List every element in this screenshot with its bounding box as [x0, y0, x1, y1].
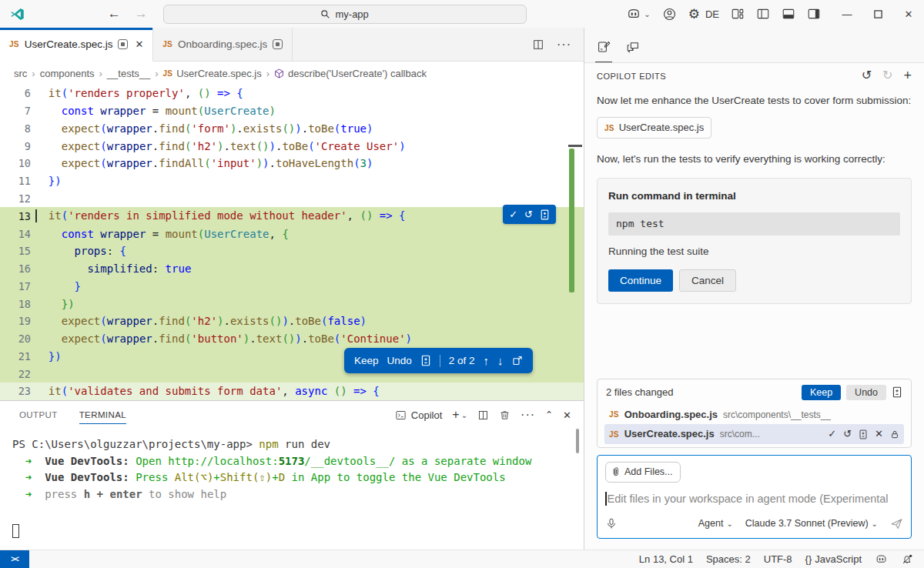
close-panel-icon[interactable]: ✕ — [563, 409, 571, 421]
code-line-7[interactable]: 7 const wrapper = mount(UserCreate) — [0, 102, 584, 120]
diff-file-icon[interactable] — [540, 209, 550, 220]
keep-file-icon[interactable]: ✓ — [828, 426, 836, 442]
code-line-18[interactable]: 18 }) — [0, 295, 584, 312]
diff-file-icon[interactable] — [859, 429, 868, 439]
toggle-sidebar-icon[interactable] — [756, 7, 770, 21]
open-diff-icon[interactable] — [512, 355, 523, 366]
settings-gear-icon[interactable]: ⚙ — [688, 6, 700, 22]
customize-layout-icon[interactable] — [731, 7, 745, 21]
new-terminal-button[interactable]: +⌄ — [452, 408, 467, 422]
search-icon — [320, 9, 330, 19]
more-actions-icon[interactable]: ··· — [521, 408, 535, 422]
send-icon[interactable] — [890, 517, 903, 530]
nav-back-button[interactable]: ← — [108, 6, 121, 22]
modified-indicator-icon[interactable] — [273, 39, 283, 49]
copilot-edits-tab[interactable] — [597, 40, 611, 62]
notifications-bell-icon[interactable] — [901, 553, 913, 566]
breadcrumb-src[interactable]: src — [14, 68, 27, 79]
code-line-13[interactable]: 13 it('renders in simplified mode withou… — [0, 207, 584, 225]
lock-icon[interactable] — [890, 429, 899, 439]
encoding-setting[interactable]: UTF-8 — [764, 553, 792, 565]
continue-button[interactable]: Continue — [608, 269, 673, 292]
cursor-position[interactable]: Ln 13, Col 1 — [639, 553, 693, 565]
discard-change-icon[interactable]: ↺ — [524, 209, 533, 220]
undo-all-button[interactable]: Undo — [846, 385, 886, 400]
keep-button[interactable]: Keep — [354, 355, 379, 366]
split-terminal-icon[interactable] — [477, 409, 489, 421]
launch-profile-button[interactable]: Copilot — [395, 409, 442, 421]
braces-icon: {} — [805, 553, 812, 565]
cancel-button[interactable]: Cancel — [679, 269, 736, 292]
terminal-output[interactable]: PS C:\Users\olguzzar\projects\my-app> np… — [0, 429, 584, 550]
code-line-8[interactable]: 8 expect(wrapper.find('form').exists()).… — [0, 120, 584, 138]
inline-diff-actions: ✓ ↺ — [503, 205, 556, 224]
changed-file-row[interactable]: JS UserCreate.spec.js src\com... ✓ ↺ ✕ — [604, 424, 904, 444]
scrollbar-thumb[interactable] — [568, 145, 582, 147]
breadcrumb-file[interactable]: JS UserCreate.spec.js — [163, 68, 262, 79]
close-tab-icon[interactable]: ✕ — [135, 38, 143, 50]
language-mode[interactable]: {} JavaScript — [805, 553, 862, 565]
nav-forward-button[interactable]: → — [135, 6, 148, 22]
remote-indicator-button[interactable]: >< — [0, 550, 29, 568]
close-window-button[interactable]: ✕ — [893, 0, 924, 28]
code-line-23[interactable]: 23 it('validates and submits form data',… — [0, 383, 584, 400]
new-session-icon[interactable]: + — [903, 68, 912, 84]
keep-all-button[interactable]: Keep — [802, 385, 841, 400]
redo-edits-icon[interactable]: ↻ — [882, 68, 892, 84]
file-chip[interactable]: JS UserCreate.spec.js — [597, 117, 711, 139]
code-line-12[interactable]: 12 — [0, 190, 584, 208]
panel-tab-output[interactable]: OUTPUT — [19, 401, 58, 429]
panel-tab-terminal[interactable]: TERMINAL — [79, 401, 126, 429]
copilot-edits-icon — [597, 40, 611, 54]
command-center-search[interactable]: my-app — [163, 5, 527, 24]
code-line-15[interactable]: 15 props: { — [0, 242, 584, 260]
remove-file-icon[interactable]: ✕ — [875, 426, 883, 442]
more-actions-icon[interactable]: ··· — [557, 38, 571, 52]
code-line-6[interactable]: 6 it('renders properly', () => { — [0, 85, 584, 102]
undo-button[interactable]: Undo — [387, 355, 412, 366]
tab-usercreate-spec[interactable]: JS UserCreate.spec.js ✕ — [0, 28, 153, 62]
chat-input-box[interactable]: Add Files... Edit files in your workspac… — [597, 455, 912, 539]
copilot-status-icon[interactable] — [875, 553, 888, 566]
chat-tab[interactable] — [626, 40, 640, 62]
next-change-icon[interactable]: ↓ — [497, 354, 504, 367]
toggle-panel-icon[interactable] — [782, 7, 795, 21]
add-files-button[interactable]: Add Files... — [605, 462, 681, 483]
code-line-16[interactable]: 16 simplified: true — [0, 260, 584, 278]
code-line-10[interactable]: 10 expect(wrapper.findAll('input')).toHa… — [0, 155, 584, 172]
code-line-11[interactable]: 11 }) — [0, 172, 584, 190]
modified-indicator-icon[interactable] — [118, 39, 128, 49]
changed-file-row[interactable]: JS Onboarding.spec.js src\components\__t… — [604, 405, 904, 425]
microphone-icon[interactable] — [605, 517, 618, 530]
diff-file-icon[interactable] — [420, 355, 431, 366]
breadcrumb-symbol[interactable]: describe('UserCreate') callback — [274, 68, 427, 79]
undo-file-icon[interactable]: ↺ — [843, 426, 852, 442]
accept-change-icon[interactable]: ✓ — [509, 209, 517, 220]
mode-dropdown[interactable]: Agent⌄ — [698, 516, 733, 531]
line-number: 19 — [0, 315, 31, 327]
code-line-17[interactable]: 17 } — [0, 277, 584, 295]
indentation-setting[interactable]: Spaces: 2 — [706, 553, 751, 565]
breadcrumb-tests[interactable]: __tests__ — [107, 68, 150, 79]
toggle-secondary-sidebar-icon[interactable] — [807, 7, 821, 21]
code-editor[interactable]: 6 it('renders properly', () => {7 const … — [0, 85, 584, 400]
kill-terminal-icon[interactable] — [499, 409, 511, 421]
code-line-14[interactable]: 14 const wrapper = mount(UserCreate, { — [0, 225, 584, 242]
model-dropdown[interactable]: Claude 3.7 Sonnet (Preview)⌄ — [745, 516, 878, 531]
code-line-19[interactable]: 19 expect(wrapper.find('h2').exists()).t… — [0, 312, 584, 330]
tab-onboarding-spec[interactable]: JS Onboarding.spec.js — [153, 28, 293, 61]
previous-change-icon[interactable]: ↑ — [484, 354, 490, 367]
code-line-20[interactable]: 20 expect(wrapper.find('button').text())… — [0, 330, 584, 348]
maximize-button[interactable] — [862, 0, 893, 28]
account-icon[interactable] — [662, 7, 677, 22]
split-editor-icon[interactable] — [532, 38, 544, 51]
code-line-9[interactable]: 9 expect(wrapper.find('h2').text()).toBe… — [0, 137, 584, 155]
maximize-panel-icon[interactable]: ⌃ — [545, 409, 553, 420]
undo-edits-icon[interactable]: ↺ — [862, 68, 872, 84]
minimize-button[interactable]: — — [832, 0, 862, 28]
terminal-scrollbar[interactable] — [576, 429, 579, 453]
view-all-edits-icon[interactable] — [892, 386, 902, 398]
profile-badge[interactable]: DE — [705, 8, 719, 20]
copilot-menu-button[interactable]: ⌄ — [626, 6, 650, 22]
breadcrumb-components[interactable]: components — [40, 68, 95, 79]
